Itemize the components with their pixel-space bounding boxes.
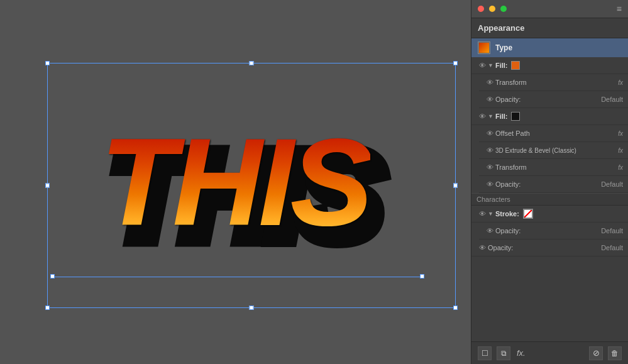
transform1-label: Transform <box>495 79 618 86</box>
fill1-row[interactable]: 👁 ▼ Fill: <box>471 57 628 74</box>
type-section-header: Type <box>471 38 628 57</box>
offset-path-eye[interactable]: 👁 <box>484 128 495 139</box>
transform2-label: Transform <box>495 163 618 171</box>
maximize-button[interactable] <box>500 6 507 12</box>
panel-body[interactable]: 👁 ▼ Fill: 👁 Transform fx 👁 Opacity: Defa… <box>471 57 628 341</box>
new-item-icon: ☐ <box>482 349 488 358</box>
opacity2-row[interactable]: 👁 Opacity: Default <box>479 176 628 193</box>
stroke-chevron: ▼ <box>488 211 493 217</box>
characters-label: Characters <box>477 196 510 203</box>
panel-title: Appearance <box>478 23 524 33</box>
transform2-eye[interactable]: 👁 <box>484 162 495 173</box>
no-style-button[interactable]: ⊘ <box>589 346 603 360</box>
handle-top-left[interactable] <box>45 61 50 65</box>
opacity3-eye[interactable]: 👁 <box>484 225 495 236</box>
opacity1-visibility-eye[interactable]: 👁 <box>484 94 495 105</box>
opacity2-label: Opacity: <box>495 180 598 188</box>
stroke-row[interactable]: 👁 ▼ Stroke: <box>471 206 628 223</box>
panel-menu-icon[interactable]: ≡ <box>617 4 622 14</box>
panel-footer: ☐ ⧉ fx. ⊘ 🗑 <box>471 341 628 364</box>
handle-bottom-right[interactable] <box>453 306 458 310</box>
opacity1-row[interactable]: 👁 Opacity: Default <box>479 91 628 108</box>
canvas-area: THIS THIS <box>0 0 471 364</box>
handle-middle-left[interactable] <box>45 184 50 188</box>
type-thumbnail-icon <box>478 41 490 54</box>
opacity2-eye[interactable]: 👁 <box>484 179 495 190</box>
fill2-chevron: ▼ <box>488 113 493 119</box>
duplicate-icon: ⧉ <box>501 349 507 358</box>
handle-middle-right[interactable] <box>453 184 458 188</box>
fill1-visibility-eye[interactable]: 👁 <box>477 60 488 71</box>
type-label: Type <box>495 43 512 52</box>
fill2-label: Fill: <box>495 113 508 120</box>
transform1-fx-badge[interactable]: fx <box>618 79 623 86</box>
opacity4-label: Opacity: <box>488 244 598 251</box>
fill1-color-swatch[interactable] <box>511 61 520 70</box>
opacity3-value: Default <box>601 227 623 234</box>
transform1-row[interactable]: 👁 Transform fx <box>479 74 628 91</box>
opacity3-label: Opacity: <box>495 227 598 234</box>
transform1-visibility-eye[interactable]: 👁 <box>484 77 495 88</box>
opacity1-label: Opacity: <box>495 96 598 103</box>
fill2-color-swatch[interactable] <box>511 112 520 121</box>
path-anchor-left <box>50 274 55 279</box>
text-main-layer: THIS <box>101 121 370 243</box>
close-button[interactable] <box>478 6 484 12</box>
handle-top-center[interactable] <box>249 61 253 65</box>
handle-bottom-center[interactable] <box>249 306 253 310</box>
delete-icon: 🗑 <box>611 349 619 358</box>
delete-button[interactable]: 🗑 <box>608 346 622 360</box>
offset-path-label: Offset Path <box>495 130 618 137</box>
opacity4-row[interactable]: 👁 Opacity: Default <box>471 240 628 256</box>
panel-header: Appearance <box>471 18 628 38</box>
stroke-label: Stroke: <box>495 210 519 218</box>
duplicate-button[interactable]: ⧉ <box>497 346 510 360</box>
extrude-row[interactable]: 👁 3D Extrude & Bevel (Classic) fx <box>479 142 628 159</box>
window-controls <box>478 6 507 12</box>
canvas-content: THIS THIS <box>28 31 443 333</box>
transform2-fx[interactable]: fx <box>618 164 623 171</box>
offset-path-fx[interactable]: fx <box>618 130 623 137</box>
fx-button[interactable]: fx. <box>517 348 526 358</box>
opacity4-eye[interactable]: 👁 <box>477 242 488 253</box>
opacity3-row[interactable]: 👁 Opacity: Default <box>479 223 628 240</box>
handle-top-right[interactable] <box>453 61 458 65</box>
fill1-label: Fill: <box>495 62 508 69</box>
path-anchor-right <box>420 274 424 279</box>
offset-path-row[interactable]: 👁 Offset Path fx <box>479 125 628 142</box>
extrude-label: 3D Extrude & Bevel (Classic) <box>495 147 618 154</box>
handle-bottom-left[interactable] <box>45 306 50 310</box>
stroke-color-swatch[interactable] <box>523 209 533 219</box>
fill2-visibility-eye[interactable]: 👁 <box>477 111 488 122</box>
extrude-fx[interactable]: fx <box>618 147 623 154</box>
extrude-eye[interactable]: 👁 <box>484 145 495 156</box>
fill2-row[interactable]: 👁 ▼ Fill: <box>471 108 628 125</box>
text-graphic[interactable]: THIS THIS <box>101 121 370 243</box>
characters-section: Characters <box>471 193 628 206</box>
no-style-icon: ⊘ <box>593 348 600 358</box>
stroke-eye[interactable]: 👁 <box>477 208 488 219</box>
opacity4-value: Default <box>601 244 623 251</box>
fill1-chevron: ▼ <box>488 62 493 69</box>
transform2-row[interactable]: 👁 Transform fx <box>479 159 628 176</box>
new-item-button[interactable]: ☐ <box>478 346 492 360</box>
panel-titlebar: ≡ <box>471 0 628 18</box>
opacity2-value: Default <box>601 180 623 188</box>
minimize-button[interactable] <box>489 6 495 12</box>
appearance-panel: ≡ Appearance Type 👁 ▼ Fill: 👁 Transform … <box>471 0 628 364</box>
opacity1-value: Default <box>601 96 623 103</box>
path-line <box>50 277 424 277</box>
